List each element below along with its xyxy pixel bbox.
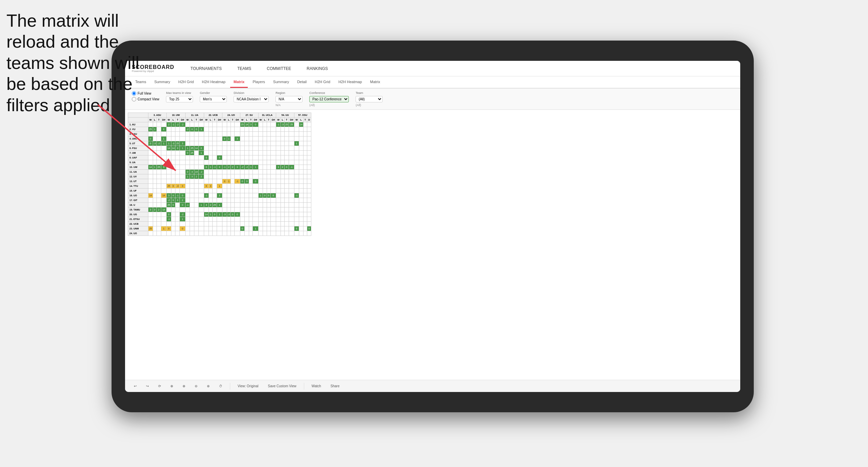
matrix-cell bbox=[171, 222, 175, 226]
sub-d-9: D bbox=[307, 118, 311, 122]
matrix-cell bbox=[204, 231, 209, 236]
matrix-cell: 1 bbox=[217, 184, 222, 189]
matrix-cell bbox=[204, 141, 209, 146]
toolbar-timer[interactable]: ⏱ bbox=[217, 384, 224, 389]
tab-summary2[interactable]: Summary bbox=[270, 76, 292, 88]
matrix-cell bbox=[267, 146, 270, 151]
max-teams-select[interactable]: Top 25 Top 50 All bbox=[166, 96, 193, 102]
matrix-cell bbox=[281, 226, 284, 231]
matrix-cell bbox=[198, 193, 204, 198]
matrix-cell bbox=[258, 226, 263, 231]
matrix-cell bbox=[204, 127, 209, 132]
matrix-cell bbox=[285, 174, 289, 179]
matrix-cell: 2 bbox=[180, 198, 185, 203]
matrix-cell: 0 bbox=[171, 184, 175, 189]
row-label: 23. UNM bbox=[128, 226, 148, 231]
matrix-cell bbox=[263, 146, 267, 151]
tab-h2h-grid2[interactable]: H2H Grid bbox=[311, 76, 334, 88]
matrix-cell: 3 bbox=[209, 184, 212, 189]
matrix-cell bbox=[285, 226, 289, 231]
matrix-cell bbox=[217, 189, 222, 193]
sub-l-3: L bbox=[190, 118, 194, 122]
matrix-cell bbox=[198, 141, 204, 146]
tab-detail[interactable]: Detail bbox=[294, 76, 310, 88]
matrix-cell bbox=[249, 189, 253, 193]
matrix-cell bbox=[194, 193, 198, 198]
nav-rankings[interactable]: RANKINGS bbox=[304, 65, 331, 72]
matrix-cell bbox=[289, 217, 294, 222]
matrix-cell bbox=[194, 122, 198, 127]
matrix-cell bbox=[285, 141, 289, 146]
tab-matrix[interactable]: Matrix bbox=[230, 76, 248, 88]
toolbar-zoom-fit[interactable]: ⊕ bbox=[168, 384, 175, 389]
tab-players[interactable]: Players bbox=[249, 76, 268, 88]
sub-d-7: Dif bbox=[270, 118, 276, 122]
matrix-cell bbox=[190, 184, 194, 189]
matrix-cell bbox=[156, 231, 161, 236]
toolbar-view-original[interactable]: View: Original bbox=[236, 384, 261, 389]
matrix-cell bbox=[227, 160, 231, 165]
region-select[interactable]: N/A bbox=[275, 96, 303, 102]
matrix-cell bbox=[190, 212, 194, 217]
matrix-cell bbox=[231, 122, 235, 127]
filter-bar: Full View Compact View Max teams in view… bbox=[125, 89, 740, 110]
matrix-cell bbox=[227, 141, 231, 146]
matrix-cell: 1 bbox=[198, 203, 204, 207]
matrix-cell bbox=[175, 151, 180, 155]
matrix-cell bbox=[217, 127, 222, 132]
matrix-cell bbox=[209, 174, 212, 179]
matrix-cell bbox=[245, 189, 249, 193]
row-label: 18. U bbox=[128, 203, 148, 207]
gender-select[interactable]: Men's Women's bbox=[200, 96, 227, 102]
matrix-cell bbox=[303, 160, 307, 165]
matrix-cell bbox=[299, 151, 303, 155]
matrix-cell bbox=[231, 137, 235, 141]
tab-summary[interactable]: Summary bbox=[151, 76, 173, 88]
tab-h2h-grid[interactable]: H2H Grid bbox=[175, 76, 197, 88]
tab-h2h-heatmap[interactable]: H2H Heatmap bbox=[198, 76, 229, 88]
matrix-cell bbox=[190, 137, 194, 141]
team-select[interactable]: (All) bbox=[356, 96, 383, 102]
nav-committee[interactable]: COMMITTEE bbox=[264, 65, 294, 72]
toolbar-redo[interactable]: ↪ bbox=[144, 384, 151, 389]
matrix-cell bbox=[231, 184, 235, 189]
matrix-cell bbox=[258, 203, 263, 207]
toolbar-zoom-in[interactable]: ⊕ bbox=[180, 384, 187, 389]
matrix-cell bbox=[175, 174, 180, 179]
matrix-cell bbox=[171, 165, 175, 170]
toolbar-zoom-out[interactable]: ⊖ bbox=[193, 384, 199, 389]
matrix-cell bbox=[303, 212, 307, 217]
toolbar-watch[interactable]: Watch bbox=[310, 384, 323, 389]
matrix-cell bbox=[258, 141, 263, 146]
top-navigation: SCOREBOARD Powered by clippd TOURNAMENTS… bbox=[125, 61, 740, 76]
matrix-cell bbox=[204, 170, 209, 174]
toolbar-save-custom[interactable]: Save Custom View bbox=[266, 384, 298, 389]
conference-select[interactable]: Pac-12 Conference (All) bbox=[309, 96, 349, 102]
matrix-cell bbox=[153, 217, 156, 222]
matrix-cell bbox=[276, 179, 281, 184]
matrix-cell bbox=[213, 189, 217, 193]
matrix-cell: 25 bbox=[156, 165, 161, 170]
toolbar-settings[interactable]: ⊛ bbox=[205, 384, 212, 389]
toolbar-share[interactable]: Share bbox=[329, 384, 342, 389]
tab-matrix2[interactable]: Matrix bbox=[367, 76, 384, 88]
toolbar-refresh[interactable]: ⟳ bbox=[156, 384, 163, 389]
matrix-cell bbox=[245, 193, 249, 198]
matrix-cell bbox=[190, 141, 194, 146]
matrix-cell bbox=[198, 184, 204, 189]
matrix-cell bbox=[194, 151, 198, 155]
matrix-cell bbox=[299, 222, 303, 226]
matrix-cell bbox=[289, 198, 294, 203]
tab-h2h-heatmap2[interactable]: H2H Heatmap bbox=[335, 76, 365, 88]
toolbar-undo[interactable]: ↩ bbox=[132, 384, 139, 389]
matrix-cell bbox=[258, 222, 263, 226]
row-label: 4. UNC bbox=[128, 137, 148, 141]
matrix-cell bbox=[148, 184, 153, 189]
division-select[interactable]: NCAA Division I NCAA Division II bbox=[234, 96, 269, 102]
matrix-cell bbox=[281, 207, 284, 212]
nav-teams[interactable]: TEAMS bbox=[235, 65, 254, 72]
matrix-cell bbox=[161, 155, 166, 160]
nav-tournaments[interactable]: TOURNAMENTS bbox=[188, 65, 224, 72]
matrix-cell bbox=[153, 198, 156, 203]
matrix-cell bbox=[204, 146, 209, 151]
